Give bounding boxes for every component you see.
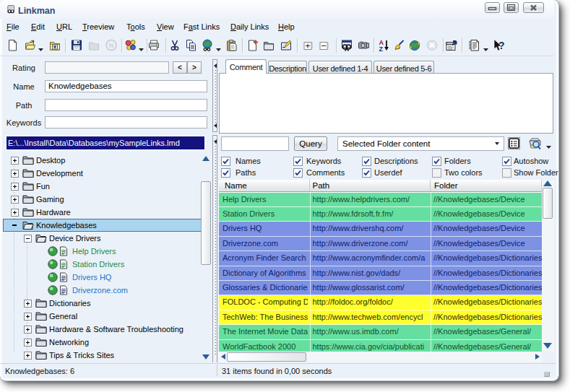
svg-text:N: N xyxy=(109,42,114,49)
svg-text:Z: Z xyxy=(379,45,384,53)
svg-text:?: ? xyxy=(498,40,505,51)
